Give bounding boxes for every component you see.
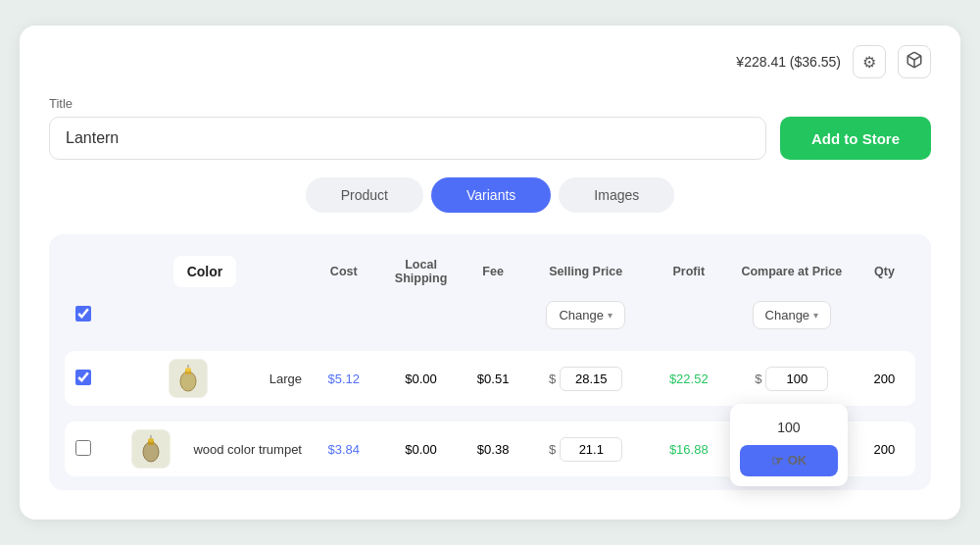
selling-change-button[interactable]: Change ▾ [546,301,625,329]
title-row: Add to Store [49,117,931,160]
header-compare-at-price: Compare at Price [730,248,854,295]
row-checkbox-large[interactable] [75,370,91,385]
variant-name-wood: wood color trumpet [193,442,302,457]
cost-wood: $3.84 [308,421,380,476]
color-cell-large: Large [108,359,302,398]
tab-variants[interactable]: Variants [431,177,551,213]
variants-table-wrapper: Color Cost Local Shipping Fee Selling Pr… [49,234,931,490]
header-qty: Qty [854,248,915,295]
table-row: Large $5.12 $0.00 $0.51 $ $22.52 [65,351,915,406]
variant-image-wood [131,429,171,469]
chevron-down-icon: ▾ [813,310,818,321]
compare-dropdown-large: 100 ☞ OK [730,404,848,486]
header-color: Color [102,248,308,295]
color-cell-wood: wood color trumpet [108,429,302,469]
header-local-shipping: Local Shipping [380,248,463,295]
svg-point-4 [185,368,191,372]
variants-table: Color Cost Local Shipping Fee Selling Pr… [65,248,915,476]
qty-wood: 200 [854,421,915,476]
gear-icon: ⚙ [862,53,876,72]
variant-name-large: Large [270,372,302,386]
selling-input-large: $ [530,367,642,391]
main-card: ¥228.41 ($36.55) ⚙ Title Add to Store Pr… [20,25,960,520]
header-cost: Cost [308,248,380,295]
chevron-down-icon: ▾ [608,310,612,321]
profit-wood: $16.88 [648,421,730,476]
selling-value-wood[interactable] [560,437,622,462]
box-icon [906,51,923,73]
ok-button-large[interactable]: ☞ OK [740,445,838,476]
compare-value-large[interactable] [765,367,828,391]
row-checkbox-wood[interactable] [75,440,91,456]
header-fee: Fee [463,248,524,295]
header-profit: Profit [648,248,730,295]
top-bar: ¥228.41 ($36.55) ⚙ [49,45,931,78]
selling-value-large[interactable] [560,367,622,391]
title-input[interactable] [49,117,766,160]
add-to-store-button[interactable]: Add to Store [780,117,931,160]
selling-input-wood: $ [530,437,642,462]
price-display: ¥228.41 ($36.55) [736,54,841,70]
shipping-large: $0.00 [380,351,463,406]
variant-image-large [169,359,208,398]
tab-images[interactable]: Images [559,177,674,213]
compare-cell-large: $ 100 ☞ OK [736,367,848,391]
tab-product[interactable]: Product [306,177,423,213]
qty-large: 200 [854,351,915,406]
compare-change-button[interactable]: Change ▾ [753,301,832,329]
fee-large: $0.51 [463,351,524,406]
title-label: Title [49,96,931,111]
control-row: Change ▾ Change ▾ [65,295,915,335]
fee-wood: $0.38 [463,421,524,476]
dropdown-value-large: 100 [740,414,838,441]
cost-large: $5.12 [308,351,380,406]
svg-point-9 [148,438,154,442]
select-all-checkbox[interactable] [75,306,91,322]
title-section: Title Add to Store [49,96,931,160]
cursor-icon: ☞ [771,453,784,469]
profit-large: $22.52 [648,351,730,406]
shipping-wood: $0.00 [380,421,463,476]
settings-button[interactable]: ⚙ [853,45,886,78]
header-selling-price: Selling Price [524,248,648,295]
tabs-bar: Product Variants Images [49,177,931,213]
box-button[interactable] [898,45,931,78]
